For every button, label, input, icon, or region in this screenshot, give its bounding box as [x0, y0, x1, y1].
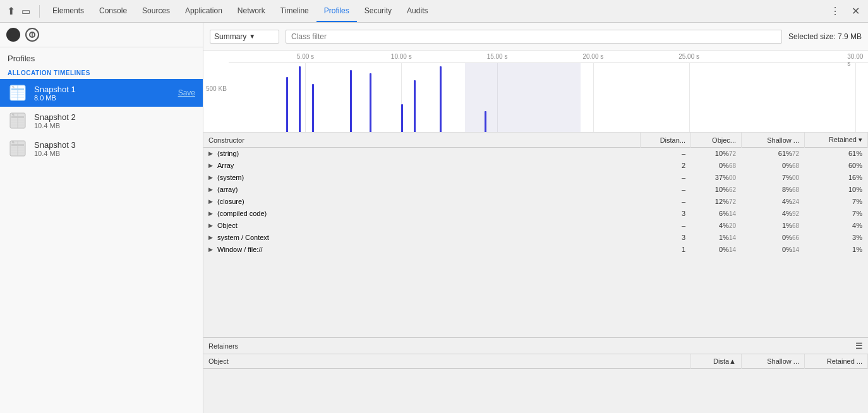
table-row[interactable]: ▶ (array) – 10%62 8%68 10%	[203, 184, 868, 196]
distance-cell-1: 2	[641, 160, 691, 172]
expand-arrow-icon[interactable]: ▶	[208, 186, 215, 193]
more-options-icon[interactable]: ⋮	[828, 4, 843, 19]
snapshot-item-2[interactable]: % Snapshot 210.4 MB	[0, 107, 203, 135]
col-shallow[interactable]: Shallow ...	[742, 133, 805, 148]
close-devtools-icon[interactable]: ✕	[848, 4, 863, 19]
distance-cell-8: 1	[641, 244, 691, 256]
retainers-menu-icon[interactable]: ☰	[855, 341, 863, 350]
distance-cell-6: –	[641, 220, 691, 232]
cursor-icon[interactable]: ⬆	[5, 6, 16, 17]
nav-tab-sources[interactable]: Sources	[135, 0, 178, 22]
expand-arrow-icon[interactable]: ▶	[208, 234, 215, 241]
shallow-cell-3: 8%68	[742, 184, 805, 196]
expand-arrow-icon[interactable]: ▶	[208, 246, 215, 253]
table-row[interactable]: ▶ (string) – 10%72 61%72 61%	[203, 148, 868, 160]
table-row[interactable]: ▶ Object – 4%20 1%68 4%	[203, 220, 868, 232]
main-layout: Profiles ALLOCATION TIMELINES % Snapshot…	[0, 23, 868, 413]
retainers-section: Retainers ☰ Object Dista▲ Shallow ... Re…	[203, 337, 868, 413]
ret-col-object[interactable]: Object	[203, 354, 691, 369]
col-distance[interactable]: Distan...	[641, 133, 691, 148]
timeline-axis: 5.00 s10.00 s15.00 s20.00 s25.00 s30.00 …	[229, 51, 868, 63]
timeline-bar-4	[370, 73, 371, 132]
timeline-tick: 10.00 s	[391, 53, 412, 60]
timeline-grid-line	[305, 63, 306, 132]
snapshot-icon-3: %	[8, 138, 28, 159]
constructor-name-8: Window / file://	[217, 246, 263, 253]
svg-text:%: %	[12, 113, 15, 116]
objects-cell-1: 0%68	[691, 160, 742, 172]
summary-dropdown[interactable]: Summary ▼	[210, 30, 279, 44]
nav-tab-elements[interactable]: Elements	[45, 0, 92, 22]
timeline-chart[interactable]: 500 KB 5.00 s10.00 s15.00 s20.00 s25.00 …	[203, 51, 868, 133]
timeline-bars	[229, 63, 868, 132]
objects-cell-2: 37%00	[691, 172, 742, 184]
nav-tab-console[interactable]: Console	[92, 0, 135, 22]
constructor-name-7: system / Context	[217, 234, 269, 241]
expand-arrow-icon[interactable]: ▶	[208, 210, 215, 217]
timeline-selected-region	[465, 63, 580, 132]
ret-col-distance[interactable]: Dista▲	[691, 354, 742, 369]
expand-arrow-icon[interactable]: ▶	[208, 162, 215, 169]
table-row[interactable]: ▶ (compiled code) 3 6%14 4%92 7%	[203, 208, 868, 220]
stop-button[interactable]	[25, 28, 39, 42]
record-button[interactable]	[6, 28, 20, 42]
timeline-grid-line	[855, 63, 856, 132]
constructor-name-2: (system)	[217, 174, 244, 181]
nav-tab-audits[interactable]: Audits	[399, 0, 435, 22]
constructor-name-5: (compiled code)	[217, 210, 267, 217]
nav-tab-application[interactable]: Application	[178, 0, 230, 22]
snapshot-item-3[interactable]: % Snapshot 310.4 MB	[0, 135, 203, 162]
retained-cell-4: 7%	[805, 196, 868, 208]
timeline-tick: 5.00 s	[297, 53, 314, 60]
sidebar: Profiles ALLOCATION TIMELINES % Snapshot…	[0, 23, 203, 413]
timeline-tick: 25.00 s	[678, 53, 699, 60]
timeline-tick: 20.00 s	[582, 53, 603, 60]
expand-arrow-icon[interactable]: ▶	[208, 198, 215, 205]
class-filter-input[interactable]	[286, 30, 782, 44]
table-row[interactable]: ▶ Array 2 0%68 0%68 60%	[203, 160, 868, 172]
content-toolbar: Summary ▼ Selected size: 7.9 MB	[203, 23, 868, 51]
nav-tab-profiles[interactable]: Profiles	[316, 0, 357, 22]
constructor-table-header: Constructor Distan... Objec... Shallow .…	[203, 133, 868, 148]
retained-cell-3: 10%	[805, 184, 868, 196]
distance-cell-2: –	[641, 172, 691, 184]
expand-arrow-icon[interactable]: ▶	[208, 174, 215, 181]
expand-arrow-icon[interactable]: ▶	[208, 222, 215, 229]
constructor-cell-6: ▶ Object	[203, 220, 641, 232]
ret-col-retained[interactable]: Retained ...	[805, 354, 868, 369]
mobile-icon[interactable]: ▭	[20, 6, 32, 17]
constructor-table: Constructor Distan... Objec... Shallow .…	[203, 133, 868, 256]
selected-size-label: Selected size: 7.9 MB	[788, 32, 862, 41]
snapshot-info-3: Snapshot 310.4 MB	[34, 140, 195, 157]
content-area: Summary ▼ Selected size: 7.9 MB 500 KB 5…	[203, 23, 868, 413]
table-row[interactable]: ▶ (system) – 37%00 7%00 16%	[203, 172, 868, 184]
shallow-cell-4: 4%24	[742, 196, 805, 208]
table-row[interactable]: ▶ Window / file:// 1 0%14 0%14 1%	[203, 244, 868, 256]
retained-cell-0: 61%	[805, 148, 868, 160]
timeline-bar-8	[485, 111, 486, 132]
table-row[interactable]: ▶ system / Context 3 1%14 0%66 3%	[203, 232, 868, 244]
shallow-cell-0: 61%72	[742, 148, 805, 160]
nav-tab-network[interactable]: Network	[230, 0, 273, 22]
retained-cell-2: 16%	[805, 172, 868, 184]
nav-tabs: ElementsConsoleSourcesApplicationNetwork…	[45, 0, 828, 22]
constructor-cell-3: ▶ (array)	[203, 184, 641, 196]
snapshot-icon-2: %	[8, 111, 28, 131]
ret-col-shallow[interactable]: Shallow ...	[742, 354, 805, 369]
col-constructor[interactable]: Constructor	[203, 133, 641, 148]
timeline-bar-7	[440, 66, 442, 132]
snapshot-item-1[interactable]: % Snapshot 18.0 MBSave	[0, 79, 203, 107]
svg-text:%: %	[12, 85, 15, 88]
table-row[interactable]: ▶ (closure) – 12%72 4%24 7%	[203, 196, 868, 208]
snapshot-save-link-1[interactable]: Save	[178, 88, 195, 97]
nav-tab-timeline[interactable]: Timeline	[273, 0, 316, 22]
col-objects[interactable]: Objec...	[691, 133, 742, 148]
timeline-bar-3	[350, 70, 352, 132]
nav-tab-security[interactable]: Security	[357, 0, 399, 22]
retained-cell-7: 3%	[805, 232, 868, 244]
col-retained[interactable]: Retained ▾	[805, 133, 868, 148]
expand-arrow-icon[interactable]: ▶	[208, 150, 215, 157]
retainers-title: Retainers	[208, 342, 238, 350]
summary-label: Summary	[214, 32, 246, 41]
timeline-y-label: 500 KB	[206, 85, 227, 92]
